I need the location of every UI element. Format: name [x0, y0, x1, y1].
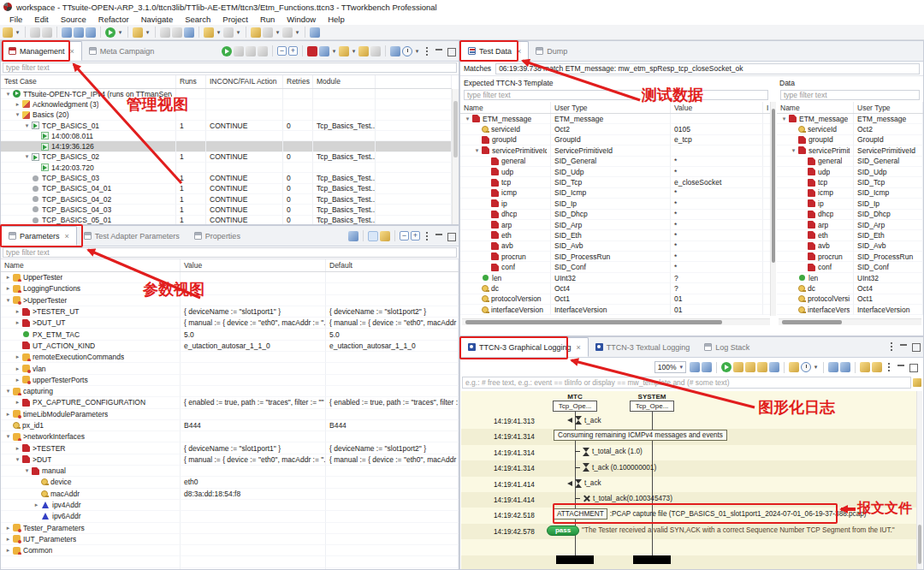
table-row[interactable]: ipv6Addr	[1, 511, 459, 522]
expander-icon[interactable]: ▾	[23, 122, 31, 129]
table-row[interactable]: groupIdGroupId	[777, 135, 923, 145]
table-row[interactable]: ethSID_Eth*	[460, 230, 770, 240]
table-row[interactable]: serviceIdOct20105	[460, 124, 770, 134]
run-all-dropdown-icon[interactable]	[351, 46, 357, 56]
table-row[interactable]: ▸remoteExecutionCommands	[1, 352, 459, 363]
table-row[interactable]: TCP_BASICS_04_031CONTINUE0Tcp_Basics_Tes…	[1, 205, 452, 215]
table-row[interactable]: tcpSID_Tcpe_closeSocket	[460, 177, 770, 187]
expander-icon[interactable]: ▸	[14, 308, 21, 315]
table-row[interactable]: ▸>DUT_UT{ manual := { device := "eth0", …	[1, 318, 459, 329]
table-row[interactable]: ▸UpperTester	[1, 272, 459, 283]
expander-icon[interactable]: ▸	[14, 101, 21, 108]
jump-next-icon[interactable]	[757, 362, 767, 372]
table-row[interactable]: ethSID_Eth	[777, 230, 923, 240]
column-header-blank[interactable]	[376, 75, 452, 88]
column-header-name[interactable]: Name	[777, 102, 854, 113]
table-row[interactable]: ▸PX_CAPTURE_CONFIGURATION{ enabled := tr…	[1, 397, 459, 408]
expander-icon[interactable]: ▾	[790, 147, 797, 154]
column-header-value[interactable]: Value	[671, 102, 763, 113]
tab-close-icon[interactable]: ×	[65, 232, 69, 240]
table-row[interactable]: ▾ETM_messageETM_message	[460, 114, 770, 124]
next-annotation-icon[interactable]	[223, 27, 234, 38]
save-all-icon[interactable]	[42, 27, 52, 38]
tab-close-icon[interactable]: ×	[577, 343, 581, 352]
view-menu-icon[interactable]	[422, 46, 432, 56]
run-all-icon[interactable]	[339, 46, 349, 56]
show-whitespace-icon[interactable]	[184, 27, 194, 38]
scrollbar-thumb[interactable]	[918, 525, 921, 564]
collapse-all-icon[interactable]	[400, 231, 409, 240]
table-row[interactable]: procrunSID_ProcessRun*	[460, 252, 770, 262]
tab-meta-campaign[interactable]: Meta Campaign	[82, 41, 163, 61]
table-row[interactable]: confSID_Conf	[777, 262, 923, 272]
link-with-editor-icon[interactable]	[133, 27, 143, 38]
template-vertical-scrollbar[interactable]	[770, 102, 776, 316]
expander-icon[interactable]: ▾	[23, 467, 31, 474]
expander-icon[interactable]: ▾	[14, 456, 21, 463]
run-campaign-icon[interactable]	[222, 46, 232, 56]
settings-icon[interactable]	[246, 46, 256, 56]
chart-icon[interactable]	[769, 362, 779, 372]
time-dropdown-icon[interactable]	[813, 362, 819, 372]
tab-test-adapter-parameters[interactable]: Test Adapter Parameters	[77, 226, 187, 246]
table-row[interactable]: icmpSID_Icmp	[777, 188, 923, 199]
table-icon[interactable]	[234, 46, 244, 56]
table-row[interactable]: icmpSID_Icmp*	[460, 188, 770, 199]
expander-icon[interactable]: ▸	[14, 445, 21, 452]
new-dropdown-icon[interactable]	[15, 27, 21, 38]
swap-icon[interactable]	[745, 362, 755, 372]
jump-prev-icon[interactable]	[733, 362, 743, 372]
minimize-icon[interactable]	[896, 362, 906, 372]
table-row[interactable]: generalSID_General*	[460, 157, 770, 167]
table-row[interactable]: ▾ETM_messageETM_message	[777, 114, 923, 124]
table-row[interactable]: ▸IUT_Parameters	[1, 534, 459, 545]
back-dropdown-icon[interactable]	[275, 27, 281, 38]
table-row[interactable]: TCP_BASICS_04_021CONTINUE0Tcp_Basics_Tes…	[1, 194, 452, 205]
expander-icon[interactable]: ▸	[14, 365, 21, 372]
expander-icon[interactable]: ▾	[14, 111, 21, 118]
table-row[interactable]: ipSID_Ip*	[460, 199, 770, 209]
run-dropdown-icon[interactable]	[117, 27, 123, 38]
zoom-in-icon[interactable]	[690, 362, 700, 372]
table-row[interactable]: ▸timeLibModuleParameters	[1, 409, 459, 420]
attachment-box[interactable]: ATTACHMENT	[554, 508, 607, 520]
table-row[interactable]: protocolVersionOct1	[777, 294, 923, 305]
menu-window[interactable]: Window	[281, 15, 322, 24]
collapse-all-icon[interactable]	[872, 362, 882, 372]
table-row[interactable]: interfaceVersionInterfaceVersion	[777, 305, 923, 315]
expander-icon[interactable]: ▾	[4, 433, 12, 440]
expander-icon[interactable]: ▸	[14, 377, 21, 383]
table-row[interactable]: dhcpSID_Dhcp*	[460, 210, 770, 220]
table-row[interactable]	[1, 568, 459, 569]
table-row[interactable]: ▸>TESTER_UT{ deviceName := "slot1port1" …	[1, 306, 459, 318]
refresh-icon[interactable]	[74, 27, 84, 38]
event-attachment[interactable]: ATTACHMENT:PCAP capture file (TCP_BASICS…	[554, 508, 867, 520]
table-row[interactable]: protocolVersionOct101	[460, 294, 770, 305]
save-icon[interactable]	[30, 27, 40, 38]
tab-close-icon[interactable]: ×	[517, 47, 521, 56]
tab-ttcn-3-textual-logging[interactable]: TTCN-3 Textual Logging	[589, 337, 697, 357]
scrollbar-thumb[interactable]	[453, 101, 458, 157]
expander-icon[interactable]: ▸	[4, 411, 12, 418]
table-row[interactable]: ▸ipv4Addr	[1, 500, 459, 511]
table-row[interactable]: px_id1B444B444	[1, 420, 459, 431]
table-row[interactable]: udpSID_Udp*	[460, 167, 770, 177]
expander-icon[interactable]: ▾	[4, 297, 12, 304]
menu-source[interactable]: Source	[55, 15, 92, 24]
expander-icon[interactable]: ▸	[4, 525, 12, 531]
table-row[interactable]: generalSID_General	[777, 157, 923, 167]
schedule-dropdown-icon[interactable]	[414, 46, 420, 56]
stop-icon[interactable]	[258, 46, 268, 56]
table-row[interactable]: ▸upperTesterPorts	[1, 375, 459, 386]
tab-log-stack[interactable]: Log Stack	[697, 337, 757, 357]
table-row[interactable]: dcOct4	[777, 283, 923, 294]
expander-icon[interactable]: ▾	[4, 388, 12, 395]
menu-project[interactable]: Project	[216, 15, 254, 24]
link-dropdown-icon[interactable]	[145, 27, 151, 38]
component-box[interactable]: Tcp_Ope...	[553, 401, 597, 412]
sort-icon[interactable]	[368, 231, 378, 241]
expander-icon[interactable]: ▸	[14, 353, 21, 360]
table-row[interactable]: 14:20:03.720	[1, 163, 452, 173]
management-filter-input[interactable]	[3, 62, 457, 73]
logging-filter-input[interactable]	[462, 377, 911, 389]
